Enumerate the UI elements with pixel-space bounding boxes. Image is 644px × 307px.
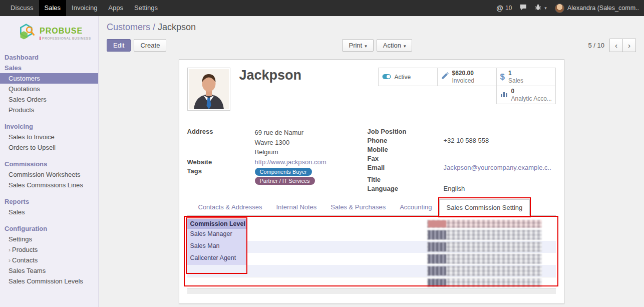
sidebar-item-sales-commissions-lines[interactable]: Sales Commissions Lines	[0, 180, 98, 190]
sidebar-item-orders-to-upsell[interactable]: Orders to Upsell	[0, 142, 98, 153]
table-row-sales-manager[interactable]: Sales Manager	[187, 229, 556, 241]
action-buttons: Print▾ Action▾	[342, 39, 412, 52]
record-sheet: Jackpson Active $620.00 Invoiced	[179, 59, 564, 304]
table-row-sales-man[interactable]: Sales Man	[187, 241, 556, 253]
logo-title: PROBUSE	[40, 27, 91, 35]
sidebar-item-label: Contacts	[12, 256, 38, 264]
chevron-down-icon: ▾	[544, 6, 547, 11]
phone-value: +32 10 588 558	[444, 136, 556, 145]
column-header-redacted	[425, 219, 544, 229]
menu-invoicing[interactable]: Invoicing	[66, 0, 103, 16]
person-photo	[189, 69, 229, 109]
create-button[interactable]: Create	[134, 39, 166, 52]
cell-commission-level[interactable]: Sales Man	[187, 241, 246, 253]
record-name: Jackpson	[239, 68, 302, 83]
sidebar-item-customers[interactable]: Customers	[0, 73, 98, 84]
sidebar-item-commission-worksheets[interactable]: Commission Worksheets	[0, 169, 98, 180]
user-name: Alexandra (Sales_comm..	[567, 5, 639, 12]
messages-button[interactable]	[520, 4, 527, 12]
activities-menu[interactable]: @ 10	[496, 4, 512, 12]
redacted-value	[427, 254, 542, 264]
sidebar-item-reports-sales[interactable]: Sales	[0, 207, 98, 217]
debug-menu[interactable]: ▾	[535, 4, 547, 12]
tab-internal-notes[interactable]: Internal Notes	[269, 199, 324, 215]
print-dropdown[interactable]: Print▾	[342, 39, 373, 52]
tag-components-buyer: Components Buyer	[255, 168, 312, 176]
previous-record-button[interactable]: ‹	[609, 39, 623, 52]
sidebar-section-reports[interactable]: Reports	[0, 196, 98, 207]
sidebar-section-configuration[interactable]: Configuration	[0, 223, 98, 234]
logo-subtitle: PROFESSIONAL BUSINESS	[40, 37, 91, 40]
sidebar-section-invoicing[interactable]: Invoicing	[0, 121, 98, 132]
breadcrumb-customers[interactable]: Customers /	[107, 22, 155, 32]
print-label: Print	[349, 42, 362, 49]
sidebar-item-sales-commission-levels[interactable]: Sales Commission Levels	[0, 276, 98, 286]
tab-label: Sales & Purchases	[331, 203, 386, 211]
edit-button[interactable]: Edit	[107, 39, 131, 52]
stat-button-invoiced[interactable]: $620.00 Invoiced	[437, 68, 497, 86]
logo-text: PROBUSE PROFESSIONAL BUSINESS	[40, 27, 91, 40]
sidebar-item-label: Products	[12, 246, 38, 253]
sidebar-section-sales[interactable]: Sales	[0, 63, 98, 73]
stat-button-active[interactable]: Active	[378, 68, 438, 86]
chevron-right-icon: ›	[9, 246, 11, 253]
dollar-icon: $	[500, 72, 505, 82]
record-header: Jackpson Active $620.00 Invoiced	[187, 68, 556, 120]
sidebar-section-commissions[interactable]: Commissions	[0, 159, 98, 169]
table-row-callcenter-agent[interactable]: Callcenter Agent	[187, 253, 556, 265]
tab-sales-commission-setting[interactable]: Sales Commission Setting	[439, 199, 530, 216]
menu-discuss[interactable]: Discuss	[5, 0, 39, 16]
at-icon: @	[496, 4, 503, 12]
website-label: Website	[187, 158, 255, 166]
record-fields: Address 69 rue de Namur Wavre 1300 Belgi…	[187, 127, 556, 193]
stat-button-sales[interactable]: $ 1 Sales	[496, 68, 556, 86]
stat-buttons: Active $620.00 Invoiced $ 1 Sales	[377, 68, 556, 104]
sidebar-item-settings[interactable]: Settings	[0, 234, 98, 244]
menu-apps[interactable]: Apps	[103, 0, 129, 16]
action-dropdown[interactable]: Action▾	[377, 39, 413, 52]
cell-spacer	[187, 277, 425, 288]
sidebar-item-config-products[interactable]: ›Products	[0, 244, 98, 255]
tab-sales-purchases[interactable]: Sales & Purchases	[324, 199, 393, 215]
redacted-value	[427, 242, 542, 252]
cell-commission-level[interactable]: Sales Manager	[187, 229, 246, 241]
sidebar-item-quotations[interactable]: Quotations	[0, 84, 98, 94]
cell-commission-level[interactable]: Callcenter Agent	[187, 253, 246, 265]
stat-active-label: Active	[395, 74, 411, 81]
header-spacer	[246, 219, 425, 229]
menu-settings[interactable]: Settings	[129, 0, 163, 16]
phone-label: Phone	[368, 136, 444, 145]
breadcrumb-current: Jackpson	[158, 22, 196, 32]
stat-button-analytic[interactable]: 0 Analytic Acco...	[496, 86, 556, 104]
cell-value[interactable]	[425, 241, 544, 253]
email-link[interactable]: Jackpson@yourcompany.example.c..	[444, 164, 551, 171]
tab-accounting[interactable]: Accounting	[393, 199, 439, 215]
sidebar-item-config-contacts[interactable]: ›Contacts	[0, 255, 98, 265]
redacted-value	[427, 230, 542, 240]
column-header-commission-level[interactable]: Commission Level	[187, 219, 246, 229]
website-link[interactable]: http://www.jackpson.com	[255, 158, 327, 166]
sidebar-item-sales-orders[interactable]: Sales Orders	[0, 94, 98, 105]
sidebar-item-sales-to-invoice[interactable]: Sales to Invoice	[0, 132, 98, 142]
app-logo: PROBUSE PROFESSIONAL BUSINESS	[0, 16, 98, 52]
user-menu[interactable]: Alexandra (Sales_comm..	[555, 4, 639, 13]
menu-sales[interactable]: Sales	[39, 0, 67, 16]
tags-label: Tags	[187, 167, 255, 185]
cell-spacer	[246, 229, 425, 241]
sidebar-section-dashboard[interactable]: Dashboard	[0, 52, 98, 63]
sidebar-item-products[interactable]: Products	[0, 105, 98, 115]
tab-contacts-addresses[interactable]: Contacts & Addresses	[191, 199, 269, 215]
main-content: Customers / Jackpson Edit Create Print▾ …	[99, 16, 644, 307]
next-record-button[interactable]: ›	[622, 39, 636, 52]
cell-value[interactable]	[425, 229, 544, 241]
sidebar-item-sales-teams[interactable]: Sales Teams	[0, 265, 98, 276]
form-buttons: Edit Create	[107, 39, 166, 52]
pencil-icon	[441, 72, 449, 82]
bug-icon	[535, 4, 541, 12]
avatar	[555, 4, 564, 13]
tag-partner-it-services: Partner / IT Services	[255, 177, 315, 185]
notebook-tabs: Contacts & Addresses Internal Notes Sale…	[187, 199, 556, 216]
fields-right-column: Job Position Phone +32 10 588 558 Mobile…	[368, 127, 556, 193]
cell-value[interactable]	[425, 253, 544, 265]
cell-value	[425, 265, 544, 277]
